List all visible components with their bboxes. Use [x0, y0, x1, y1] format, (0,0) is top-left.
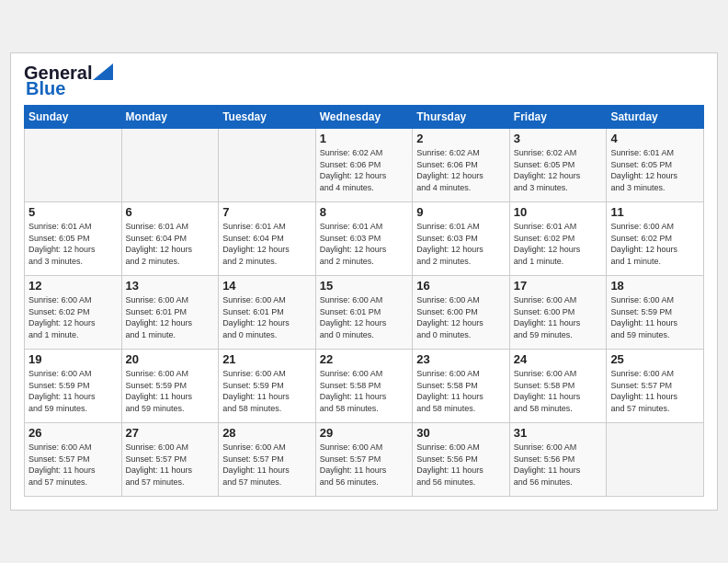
day-info: Sunrise: 6:00 AM Sunset: 6:00 PM Dayligh…: [514, 294, 603, 340]
day-info: Sunrise: 6:01 AM Sunset: 6:03 PM Dayligh…: [320, 221, 409, 267]
day-number: 26: [28, 426, 118, 440]
day-info: Sunrise: 6:00 AM Sunset: 6:02 PM Dayligh…: [610, 221, 700, 267]
day-number: 4: [610, 132, 700, 145]
calendar-cell: 20Sunrise: 6:00 AM Sunset: 5:59 PM Dayli…: [121, 350, 219, 423]
day-number: 20: [126, 352, 215, 366]
calendar-cell: 23Sunrise: 6:00 AM Sunset: 5:58 PM Dayli…: [413, 350, 510, 423]
calendar-header: General Blue: [24, 63, 704, 99]
day-info: Sunrise: 6:01 AM Sunset: 6:05 PM Dayligh…: [28, 221, 118, 267]
day-info: Sunrise: 6:01 AM Sunset: 6:03 PM Dayligh…: [416, 221, 506, 267]
calendar-cell: 22Sunrise: 6:00 AM Sunset: 5:58 PM Dayli…: [315, 350, 413, 423]
calendar-cell: 29Sunrise: 6:00 AM Sunset: 5:57 PM Dayli…: [315, 423, 413, 497]
calendar-cell: 4Sunrise: 6:01 AM Sunset: 6:05 PM Daylig…: [607, 129, 704, 202]
weekday-header-saturday: Saturday: [607, 106, 704, 129]
day-number: 16: [416, 279, 506, 293]
calendar-wrapper: General Blue SundayMondayTuesdayWednesda…: [10, 52, 718, 511]
weekday-header-monday: Monday: [121, 106, 219, 129]
calendar-cell: 9Sunrise: 6:01 AM Sunset: 6:03 PM Daylig…: [413, 202, 510, 276]
day-number: 30: [416, 426, 506, 440]
calendar-cell: 30Sunrise: 6:00 AM Sunset: 5:56 PM Dayli…: [413, 423, 510, 497]
day-info: Sunrise: 6:00 AM Sunset: 5:58 PM Dayligh…: [320, 368, 409, 414]
weekday-header-friday: Friday: [509, 106, 607, 129]
calendar-cell: 12Sunrise: 6:00 AM Sunset: 6:02 PM Dayli…: [25, 276, 122, 350]
day-info: Sunrise: 6:00 AM Sunset: 5:57 PM Dayligh…: [126, 442, 215, 488]
day-info: Sunrise: 6:00 AM Sunset: 6:00 PM Dayligh…: [416, 294, 506, 340]
logo: General Blue: [24, 63, 113, 99]
day-info: Sunrise: 6:00 AM Sunset: 5:57 PM Dayligh…: [610, 368, 700, 414]
day-info: Sunrise: 6:00 AM Sunset: 5:57 PM Dayligh…: [222, 442, 312, 488]
day-info: Sunrise: 6:00 AM Sunset: 5:56 PM Dayligh…: [416, 442, 506, 488]
day-number: 3: [514, 132, 603, 145]
weekday-header-thursday: Thursday: [413, 106, 510, 129]
calendar-cell: 25Sunrise: 6:00 AM Sunset: 5:57 PM Dayli…: [607, 350, 704, 423]
day-number: 27: [126, 426, 215, 440]
day-number: 22: [320, 352, 409, 366]
weekday-header-tuesday: Tuesday: [219, 106, 316, 129]
weekday-header-wednesday: Wednesday: [315, 106, 413, 129]
day-info: Sunrise: 6:02 AM Sunset: 6:05 PM Dayligh…: [514, 147, 603, 193]
calendar-cell: 28Sunrise: 6:00 AM Sunset: 5:57 PM Dayli…: [219, 423, 316, 497]
day-number: 13: [126, 279, 215, 293]
calendar-cell: 31Sunrise: 6:00 AM Sunset: 5:56 PM Dayli…: [509, 423, 607, 497]
day-number: 25: [610, 352, 700, 366]
day-info: Sunrise: 6:00 AM Sunset: 5:56 PM Dayligh…: [514, 442, 603, 488]
day-info: Sunrise: 6:00 AM Sunset: 5:59 PM Dayligh…: [222, 368, 312, 414]
day-number: 6: [126, 205, 215, 219]
calendar-cell: 7Sunrise: 6:01 AM Sunset: 6:04 PM Daylig…: [219, 202, 316, 276]
weekday-header-row: SundayMondayTuesdayWednesdayThursdayFrid…: [25, 106, 704, 129]
week-row-3: 12Sunrise: 6:00 AM Sunset: 6:02 PM Dayli…: [25, 276, 704, 350]
day-info: Sunrise: 6:00 AM Sunset: 6:01 PM Dayligh…: [222, 294, 312, 340]
day-info: Sunrise: 6:00 AM Sunset: 5:59 PM Dayligh…: [28, 368, 118, 414]
calendar-cell: 8Sunrise: 6:01 AM Sunset: 6:03 PM Daylig…: [315, 202, 413, 276]
day-number: 17: [514, 279, 603, 293]
day-number: 12: [28, 279, 118, 293]
calendar-cell: 16Sunrise: 6:00 AM Sunset: 6:00 PM Dayli…: [413, 276, 510, 350]
calendar-cell: 21Sunrise: 6:00 AM Sunset: 5:59 PM Dayli…: [219, 350, 316, 423]
day-number: 10: [514, 205, 603, 219]
calendar-cell: 19Sunrise: 6:00 AM Sunset: 5:59 PM Dayli…: [25, 350, 122, 423]
calendar-cell: [219, 129, 316, 202]
week-row-2: 5Sunrise: 6:01 AM Sunset: 6:05 PM Daylig…: [25, 202, 704, 276]
calendar-cell: 17Sunrise: 6:00 AM Sunset: 6:00 PM Dayli…: [509, 276, 607, 350]
day-info: Sunrise: 6:00 AM Sunset: 5:59 PM Dayligh…: [610, 294, 700, 340]
calendar-thead: SundayMondayTuesdayWednesdayThursdayFrid…: [25, 106, 704, 129]
calendar-cell: 10Sunrise: 6:01 AM Sunset: 6:02 PM Dayli…: [509, 202, 607, 276]
calendar-cell: 18Sunrise: 6:00 AM Sunset: 5:59 PM Dayli…: [607, 276, 704, 350]
calendar-cell: 1Sunrise: 6:02 AM Sunset: 6:06 PM Daylig…: [315, 129, 413, 202]
calendar-cell: 6Sunrise: 6:01 AM Sunset: 6:04 PM Daylig…: [121, 202, 219, 276]
calendar-cell: 24Sunrise: 6:00 AM Sunset: 5:58 PM Dayli…: [509, 350, 607, 423]
day-info: Sunrise: 6:01 AM Sunset: 6:04 PM Dayligh…: [222, 221, 312, 267]
day-info: Sunrise: 6:02 AM Sunset: 6:06 PM Dayligh…: [416, 147, 506, 193]
day-number: 7: [222, 205, 312, 219]
day-number: 28: [222, 426, 312, 440]
day-info: Sunrise: 6:00 AM Sunset: 5:57 PM Dayligh…: [28, 442, 118, 488]
day-number: 23: [416, 352, 506, 366]
calendar-cell: 2Sunrise: 6:02 AM Sunset: 6:06 PM Daylig…: [413, 129, 510, 202]
day-number: 18: [610, 279, 700, 293]
day-info: Sunrise: 6:00 AM Sunset: 6:01 PM Dayligh…: [126, 294, 215, 340]
calendar-cell: 5Sunrise: 6:01 AM Sunset: 6:05 PM Daylig…: [25, 202, 122, 276]
day-number: 15: [320, 279, 409, 293]
day-info: Sunrise: 6:01 AM Sunset: 6:05 PM Dayligh…: [610, 147, 700, 193]
calendar-cell: [607, 423, 704, 497]
weekday-header-sunday: Sunday: [25, 106, 122, 129]
day-number: 19: [28, 352, 118, 366]
calendar-table: SundayMondayTuesdayWednesdayThursdayFrid…: [24, 105, 704, 497]
calendar-cell: 15Sunrise: 6:00 AM Sunset: 6:01 PM Dayli…: [315, 276, 413, 350]
calendar-cell: 27Sunrise: 6:00 AM Sunset: 5:57 PM Dayli…: [121, 423, 219, 497]
week-row-4: 19Sunrise: 6:00 AM Sunset: 5:59 PM Dayli…: [25, 350, 704, 423]
day-number: 9: [416, 205, 506, 219]
day-number: 8: [320, 205, 409, 219]
day-number: 5: [28, 205, 118, 219]
day-number: 1: [320, 132, 409, 145]
day-info: Sunrise: 6:02 AM Sunset: 6:06 PM Dayligh…: [320, 147, 409, 193]
day-number: 11: [610, 205, 700, 219]
calendar-body: 1Sunrise: 6:02 AM Sunset: 6:06 PM Daylig…: [25, 129, 704, 497]
day-info: Sunrise: 6:00 AM Sunset: 5:58 PM Dayligh…: [416, 368, 506, 414]
day-info: Sunrise: 6:00 AM Sunset: 5:57 PM Dayligh…: [320, 442, 409, 488]
day-number: 24: [514, 352, 603, 366]
calendar-cell: 14Sunrise: 6:00 AM Sunset: 6:01 PM Dayli…: [219, 276, 316, 350]
day-info: Sunrise: 6:01 AM Sunset: 6:02 PM Dayligh…: [514, 221, 603, 267]
day-number: 29: [320, 426, 409, 440]
day-number: 14: [222, 279, 312, 293]
